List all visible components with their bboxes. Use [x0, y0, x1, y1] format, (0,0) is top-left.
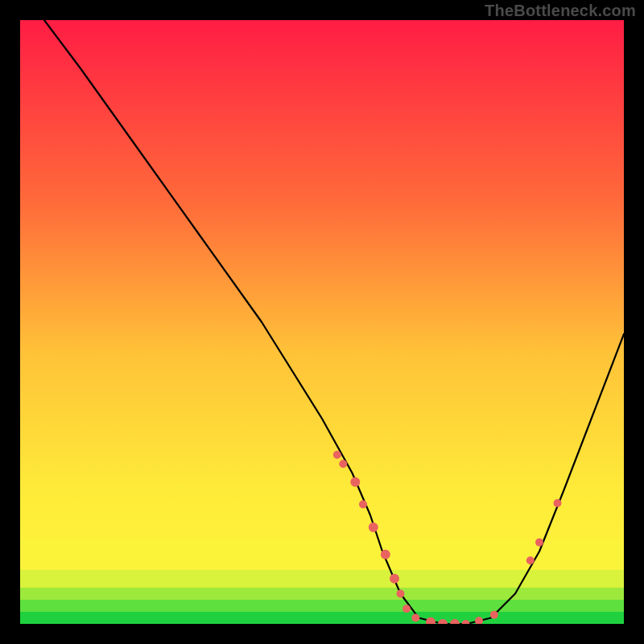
chart-plot-area: [20, 20, 624, 624]
data-marker-18: [554, 499, 562, 507]
data-marker-0: [333, 451, 341, 459]
quality-band-2: [20, 588, 624, 600]
quality-band-1: [20, 600, 624, 612]
watermark-text: TheBottleneck.com: [485, 2, 636, 20]
quality-band-0: [20, 612, 624, 624]
data-marker-8: [402, 605, 411, 613]
data-marker-5: [381, 550, 390, 559]
data-marker-2: [350, 477, 360, 487]
data-marker-17: [535, 539, 543, 547]
data-marker-7: [397, 590, 405, 598]
data-marker-9: [411, 614, 419, 622]
chart-svg: [20, 20, 624, 624]
data-marker-4: [369, 522, 378, 532]
chart-frame: TheBottleneck.com: [0, 0, 644, 644]
quality-band-4: [20, 539, 624, 570]
quality-band-3: [20, 570, 624, 588]
data-marker-6: [390, 574, 399, 584]
data-marker-3: [359, 501, 367, 509]
data-marker-15: [490, 611, 498, 619]
data-marker-16: [526, 556, 535, 564]
data-marker-1: [339, 460, 347, 468]
